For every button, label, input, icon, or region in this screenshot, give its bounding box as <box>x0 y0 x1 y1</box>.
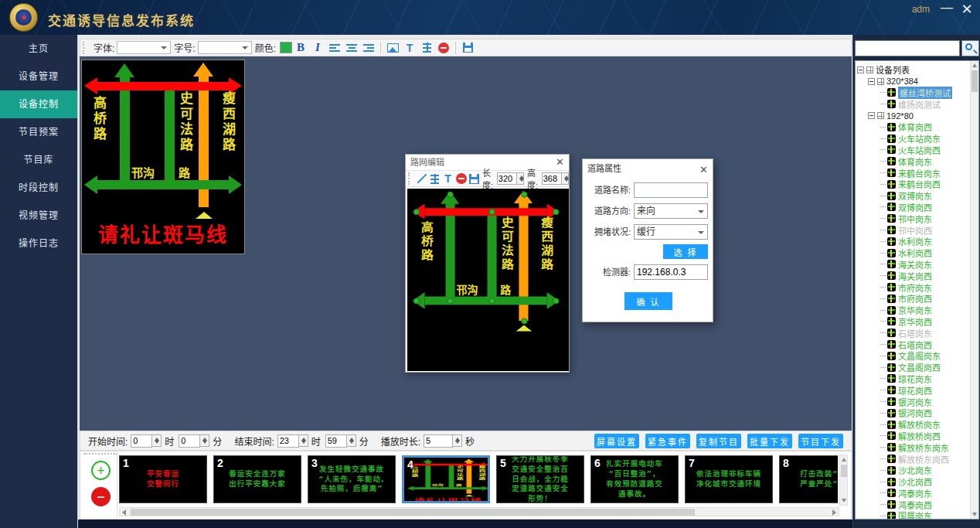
end-minute-stepper[interactable] <box>347 434 356 447</box>
end-hour-stepper[interactable] <box>299 434 308 447</box>
sidebar-item-3[interactable]: 节目预案 <box>0 118 77 146</box>
road-direction-select[interactable]: 来向 <box>634 203 708 219</box>
close-icon[interactable]: ✕ <box>556 155 564 170</box>
end-minute-input[interactable] <box>325 434 347 448</box>
road-name-input[interactable] <box>634 182 708 198</box>
align-left-button[interactable] <box>327 41 342 55</box>
color-swatch[interactable] <box>280 42 292 53</box>
device-item[interactable]: 文昌阁岗东 <box>857 350 970 362</box>
device-item[interactable]: 螺丝湾桥测试 <box>857 87 970 99</box>
road-node-handle[interactable] <box>447 298 453 304</box>
road-node-handle[interactable] <box>447 191 453 197</box>
device-item[interactable]: 双博岗西 <box>857 202 970 213</box>
confirm-button[interactable]: 确 认 <box>624 292 672 310</box>
device-item[interactable]: 京华岗西 <box>857 316 970 328</box>
congestion-select[interactable]: 缓行 <box>634 224 708 240</box>
action-button-4[interactable]: 节目下发 <box>798 434 843 448</box>
device-item[interactable]: 火车站岗东 <box>857 133 970 145</box>
tree-group-1[interactable]: 192*80 <box>857 110 970 121</box>
delete-button[interactable] <box>455 172 467 186</box>
bold-button[interactable]: B <box>293 41 308 55</box>
road-node-handle[interactable] <box>413 209 419 215</box>
device-item[interactable]: 文昌阁岗西 <box>857 362 970 373</box>
scroll-down-icon[interactable] <box>842 499 846 502</box>
save-button[interactable] <box>468 172 480 186</box>
tree-root[interactable]: 设备列表 <box>857 64 970 76</box>
scrollbar-thumb[interactable] <box>841 465 847 477</box>
device-item[interactable]: 体育岗西 <box>857 121 970 133</box>
road-node-handle[interactable] <box>553 298 559 304</box>
start-hour-stepper[interactable] <box>152 434 162 447</box>
road-tool-button[interactable] <box>429 172 441 186</box>
device-item[interactable]: 银河岗东 <box>857 396 970 407</box>
device-item[interactable]: 海关岗西 <box>857 270 970 281</box>
scrollbar-thumb[interactable] <box>131 509 695 516</box>
road-node-handle[interactable] <box>488 209 495 215</box>
road-network-button[interactable] <box>419 41 434 55</box>
draw-line-button[interactable] <box>416 172 427 186</box>
device-item[interactable]: 市府岗东 <box>857 281 970 293</box>
device-item[interactable]: 石塔岗东 <box>857 327 970 339</box>
user-name[interactable]: adm <box>912 4 930 15</box>
action-button-2[interactable]: 复制节目 <box>696 434 741 448</box>
close-icon[interactable]: ✕ <box>958 1 975 18</box>
length-input[interactable] <box>497 172 517 185</box>
add-program-button[interactable]: + <box>91 461 111 480</box>
device-item[interactable]: 沙北岗东 <box>857 465 970 476</box>
tree-scrollbar[interactable] <box>970 61 978 519</box>
sidebar-item-1[interactable]: 设备管理 <box>0 63 77 90</box>
start-hour-input[interactable] <box>131 434 152 448</box>
tree-group-0[interactable]: 320*384 <box>857 76 970 87</box>
road-node-handle[interactable] <box>521 318 527 324</box>
horizontal-scrollbar[interactable] <box>119 507 839 516</box>
sidebar-item-6[interactable]: 视频管理 <box>0 202 77 230</box>
save-button[interactable] <box>460 41 475 55</box>
device-item[interactable]: 石塔岗西 <box>857 339 970 350</box>
device-item[interactable]: 来鹤台岗西 <box>857 179 970 190</box>
playlist-thumbnail-1[interactable]: 1平安春运交警同行 <box>119 455 207 503</box>
detector-input[interactable] <box>634 264 708 280</box>
start-minute-input[interactable] <box>179 434 200 448</box>
road-node-handle[interactable] <box>488 298 495 304</box>
device-item[interactable]: 琼花岗东 <box>857 373 970 385</box>
device-item[interactable]: 沙北岗西 <box>857 476 970 488</box>
device-item[interactable]: 火车站岗西 <box>857 145 970 156</box>
action-button-3[interactable]: 批量下发 <box>747 434 792 448</box>
text-tool-button[interactable]: T <box>402 41 417 55</box>
device-item[interactable]: 解放桥岗东 <box>857 419 970 431</box>
height-input[interactable] <box>542 172 562 185</box>
scroll-down-icon[interactable] <box>972 513 977 516</box>
device-item[interactable]: 水利岗东 <box>857 236 970 247</box>
sidebar-item-4[interactable]: 节目库 <box>0 146 77 174</box>
collapse-icon[interactable] <box>868 112 875 119</box>
action-button-0[interactable]: 屏幕设置 <box>594 434 639 448</box>
device-item[interactable]: 琼花岗西 <box>857 384 970 396</box>
collapse-icon[interactable] <box>868 78 875 85</box>
collapse-icon[interactable] <box>857 66 864 73</box>
playlist-thumbnail-6[interactable]: 6扎实开展电动车“百日整治”，有效预防道路交通事故。 <box>590 455 679 503</box>
sidebar-item-5[interactable]: 时段控制 <box>0 174 77 202</box>
insert-image-button[interactable] <box>385 41 400 55</box>
playlist-thumbnail-8[interactable]: 8打击改装“炸严查严处“机 <box>779 455 838 503</box>
device-item[interactable]: 市府岗西 <box>857 293 970 305</box>
device-item[interactable]: 水利岗西 <box>857 247 970 259</box>
scroll-up-icon[interactable] <box>972 63 977 67</box>
minimize-icon[interactable]: — <box>938 1 955 15</box>
playlist-thumbnail-4[interactable]: 4高桥路史可法路瘦西湖路邗沟路请礼让斑马线 <box>402 455 490 503</box>
size-select[interactable] <box>198 41 252 54</box>
device-item[interactable]: 鸿泰岗西 <box>857 499 970 510</box>
remove-program-button[interactable]: − <box>91 487 111 506</box>
duration-stepper[interactable] <box>453 434 462 447</box>
search-button[interactable] <box>961 40 979 56</box>
playlist-thumbnail-2[interactable]: 2春运安全连万家出行平安靠大家 <box>213 455 301 503</box>
font-select[interactable] <box>117 41 171 54</box>
road-edit-canvas[interactable]: 高桥路史可法路瘦西湖路邗沟路 <box>407 189 569 371</box>
device-item[interactable]: 解放桥岗西 <box>857 431 970 442</box>
device-item[interactable]: 邗中岗东 <box>857 213 970 224</box>
device-item[interactable]: 维扬岗测试 <box>857 98 970 110</box>
device-item[interactable]: 双博岗东 <box>857 190 970 202</box>
device-item[interactable]: 来鹤台岗东 <box>857 167 970 179</box>
road-node-handle[interactable] <box>521 191 527 197</box>
device-item[interactable]: 京华岗东 <box>857 305 970 316</box>
device-item[interactable]: 解放桥东岗东 <box>857 441 970 453</box>
